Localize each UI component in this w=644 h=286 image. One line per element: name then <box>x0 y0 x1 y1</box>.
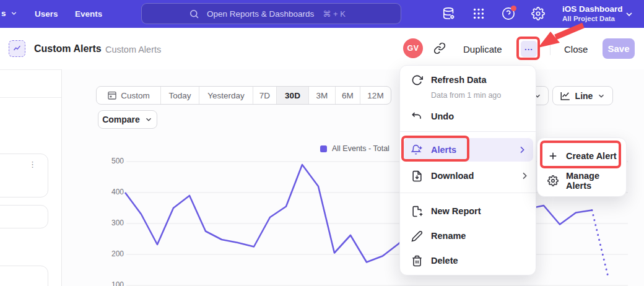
range-label: Yesterday <box>207 91 245 100</box>
divider <box>550 41 550 55</box>
duplicate-button[interactable]: Duplicate <box>463 44 502 54</box>
range-3m[interactable]: 3M <box>308 87 335 104</box>
chevron-down-icon <box>144 115 153 124</box>
range-7d[interactable]: 7D <box>253 87 276 104</box>
legend-label: All Events - Total <box>332 144 389 153</box>
more-options-menu: Refresh Data Data from 1 min ago Undo ⌘ … <box>399 65 536 275</box>
report-header: Custom Alerts Custom Alerts GV Duplicate… <box>0 28 644 69</box>
more-options-button[interactable]: ... <box>521 41 537 57</box>
compare-button[interactable]: Compare <box>98 110 157 129</box>
sidebar: ⋮ <box>0 69 62 286</box>
menu-item-label: Delete <box>431 256 458 266</box>
y-axis-tick: 300 <box>103 219 124 227</box>
range-label: 3M <box>316 91 328 100</box>
sidebar-report-card[interactable]: ⋮ <box>0 154 48 197</box>
date-range-control: Custom Today Yesterday 7D 30D 3M 6M 12M <box>96 86 391 105</box>
range-label: 6M <box>342 91 354 100</box>
range-yesterday[interactable]: Yesterday <box>199 87 253 104</box>
data-management-icon[interactable] <box>442 7 456 20</box>
sidebar-report-card[interactable] <box>0 205 48 228</box>
page-title: Custom Alerts <box>34 43 102 54</box>
plus-icon <box>547 150 559 162</box>
menu-item-new-report[interactable]: New Report <box>400 199 536 223</box>
menu-item-download[interactable]: Download <box>400 164 536 188</box>
submenu-item-create-alert[interactable]: Create Alert <box>537 144 626 168</box>
save-button[interactable]: Save <box>603 38 635 59</box>
chevron-down-icon <box>624 9 634 19</box>
undo-icon <box>411 111 423 123</box>
range-today[interactable]: Today <box>160 87 199 104</box>
download-icon <box>411 170 423 182</box>
calendar-icon <box>107 90 117 100</box>
compare-label: Compare <box>102 115 140 124</box>
notification-badge <box>511 6 516 11</box>
help-icon[interactable] <box>502 7 515 20</box>
menu-item-label: Alerts <box>431 145 456 155</box>
project-switcher[interactable]: iOS Dashboard All Project Data <box>562 4 623 24</box>
menu-divider <box>400 131 536 132</box>
chevron-down-icon <box>10 9 18 17</box>
search-input[interactable]: Open Reports & Dashboards ⌘ + K <box>141 3 401 24</box>
search-shortcut: ⌘ + K <box>323 9 346 19</box>
range-12m[interactable]: 12M <box>360 87 391 104</box>
chart-legend[interactable]: All Events - Total <box>320 144 389 153</box>
range-label: 30D <box>285 91 300 100</box>
menu-item-rename[interactable]: Rename <box>400 224 536 248</box>
submenu-item-label: Create Alert <box>566 151 617 161</box>
refresh-subtitle: Data from 1 min ago <box>431 91 501 100</box>
search-icon <box>189 9 199 19</box>
menu-item-refresh-data[interactable]: Refresh Data Data from 1 min ago <box>400 71 536 89</box>
rename-pencil-icon <box>411 230 423 242</box>
range-label: 7D <box>259 91 270 100</box>
app-window: 500 400 300 200 100 All Events - Total ⋮… <box>0 0 644 286</box>
submenu-item-manage-alerts[interactable]: Manage Alerts <box>537 169 626 193</box>
menu-item-label: New Report <box>431 206 481 216</box>
sidebar-report-card[interactable] <box>0 266 48 286</box>
range-custom[interactable]: Custom <box>97 87 160 104</box>
apps-grid-icon[interactable] <box>472 7 485 20</box>
nav-item-users[interactable]: Users <box>35 0 58 28</box>
y-axis-tick: 500 <box>103 157 124 165</box>
top-navigation-bar: s Users Events Open Reports & Dashboards… <box>0 0 644 28</box>
line-chart-icon <box>560 90 571 102</box>
range-6m[interactable]: 6M <box>335 87 360 104</box>
chart-type-dropdown[interactable]: Line <box>552 86 613 105</box>
project-scope: All Project Data <box>562 14 623 24</box>
chart-type-label: Line <box>575 91 593 101</box>
menu-item-label: Refresh Data <box>431 75 486 85</box>
menu-item-delete[interactable]: Delete <box>400 249 536 272</box>
close-button[interactable]: Close <box>564 44 588 54</box>
chevron-right-icon <box>517 145 527 155</box>
menu-item-undo[interactable]: Undo ⌘ Z <box>400 106 536 126</box>
y-axis-tick: 200 <box>103 249 124 258</box>
menu-item-alerts[interactable]: Alerts <box>404 138 533 162</box>
y-axis-tick: 400 <box>103 188 124 196</box>
menu-item-label: Download <box>431 171 474 181</box>
nav-item-partial[interactable]: s <box>1 9 18 18</box>
range-30d-selected[interactable]: 30D <box>276 87 308 104</box>
menu-item-label: Rename <box>431 231 466 241</box>
chevron-right-icon <box>520 171 529 181</box>
alerts-submenu: Create Alert Manage Alerts <box>537 137 627 197</box>
nav-item-events[interactable]: Events <box>75 0 102 28</box>
project-name: iOS Dashboard <box>562 4 623 14</box>
menu-item-label: Undo <box>431 111 454 121</box>
sidebar-divider <box>0 97 61 98</box>
menu-divider <box>400 193 536 193</box>
copy-link-icon[interactable] <box>433 42 446 54</box>
settings-gear-icon[interactable] <box>531 7 545 20</box>
chevron-down-icon <box>597 92 606 100</box>
y-axis-tick: 100 <box>103 280 124 286</box>
alerts-bell-icon <box>411 144 423 156</box>
avatar[interactable]: GV <box>403 38 423 58</box>
submenu-item-label: Manage Alerts <box>566 171 626 191</box>
range-label: Custom <box>121 91 150 100</box>
report-type-icon <box>9 40 25 57</box>
delete-trash-icon <box>411 255 423 267</box>
range-label: 12M <box>367 91 383 100</box>
breadcrumb: Custom Alerts <box>105 45 161 54</box>
range-label: Today <box>168 91 191 100</box>
kebab-menu-icon[interactable]: ⋮ <box>28 163 37 166</box>
nav-partial-label: s <box>1 9 6 18</box>
new-report-icon <box>411 206 423 217</box>
